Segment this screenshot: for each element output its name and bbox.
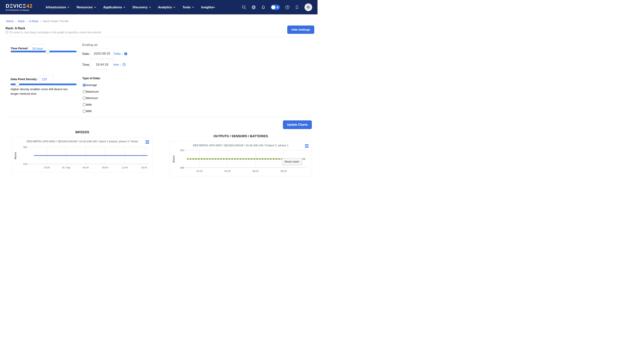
time-period-slider-handle[interactable]	[46, 50, 50, 54]
reset-zoom-button[interactable]: Reset zoom	[282, 158, 302, 165]
breadcrumb-separator: ›	[15, 20, 16, 23]
time-input[interactable]: 18:44:18	[90, 60, 114, 70]
rack-power-trends-page: DΞVICΞ42 A Freshworks Company Infrastruc…	[0, 0, 318, 182]
radio-label: 98th	[86, 110, 92, 113]
radio-label: Maximum	[86, 90, 99, 93]
radio-button[interactable]	[83, 90, 86, 93]
info-icon: i	[6, 31, 9, 34]
radio-label: 95th	[86, 103, 92, 106]
svg-text:878: 878	[23, 163, 28, 166]
divider	[5, 117, 312, 117]
density-note: Higher density enables more drill downs …	[11, 87, 68, 96]
svg-text:25. Sep: 25. Sep	[62, 166, 70, 169]
time-label: Time:	[82, 63, 90, 66]
nav-item-label: Tools	[183, 6, 191, 9]
device42-logo[interactable]: DΞVICΞ42 A Freshworks Company	[6, 4, 39, 11]
nav-item-label: Resources	[77, 6, 93, 9]
outputs-chart-card: DE5-MDF01-UPS-0001 / QD1821140146 / 10.4…	[169, 141, 312, 176]
brand-accent: 42	[26, 3, 33, 9]
bookmark-icon[interactable]	[295, 5, 299, 10]
breadcrumb-item-home[interactable]: Home	[6, 20, 14, 23]
divider	[5, 37, 312, 37]
radio-option-maximum[interactable]: Maximum	[83, 88, 99, 95]
svg-text:02:00: 02:00	[197, 170, 203, 172]
top-navbar: DΞVICΞ42 A Freshworks Company Infrastruc…	[0, 0, 318, 14]
infeeds-heading: INFEEDS	[12, 130, 153, 134]
radio-label: Average	[86, 83, 97, 87]
nav-item-label: Applications	[103, 6, 122, 9]
radio-button[interactable]	[83, 110, 86, 113]
chevron-down-icon	[123, 6, 125, 8]
radio-option-98th[interactable]: 98th	[83, 108, 99, 114]
date-label: Date:	[82, 52, 90, 56]
time-period-label: Time Period:	[11, 47, 28, 50]
nav-item-resources[interactable]: Resources	[77, 6, 96, 9]
search-icon[interactable]	[242, 5, 246, 10]
nav-item-insights-[interactable]: Insights+	[201, 6, 215, 9]
nav-item-label: Insights+	[201, 6, 215, 9]
nav-item-label: Infrastructure	[46, 6, 66, 9]
nav-item-infrastructure[interactable]: Infrastructure	[46, 6, 69, 9]
chevron-down-icon	[149, 6, 151, 8]
ending-at-heading: Ending at:	[82, 43, 98, 47]
update-charts-button[interactable]: Update Charts	[283, 120, 312, 129]
density-input[interactable]: 110	[39, 75, 54, 83]
globe-icon[interactable]	[252, 5, 256, 10]
svg-text:i: i	[7, 31, 7, 33]
calendar-icon[interactable]	[124, 52, 128, 55]
svg-text:882: 882	[23, 146, 28, 148]
svg-text:992: 992	[180, 149, 184, 152]
breadcrumb-item-rack[interactable]: Rack	[18, 20, 25, 23]
radio-option-minimum[interactable]: Minimum	[83, 95, 99, 102]
time-shortcuts: Now|	[114, 63, 126, 66]
chevron-down-icon	[192, 6, 194, 8]
now-link[interactable]: Now	[114, 63, 119, 66]
nav-icons: ? G	[242, 0, 312, 14]
shortcut-separator: |	[122, 52, 123, 55]
density-slider-handle[interactable]	[15, 82, 19, 86]
svg-text:Watts: Watts	[172, 155, 175, 163]
breadcrumb: Home›Rack›A Rack›Rack Power Trends	[6, 20, 69, 23]
nav-item-analytics[interactable]: Analytics	[158, 6, 175, 9]
svg-text:08:00: 08:00	[102, 166, 108, 169]
time-period-slider[interactable]	[11, 51, 77, 52]
help-icon[interactable]: ?	[285, 5, 290, 10]
svg-text:08:00: 08:00	[280, 170, 287, 172]
density-label: Data Point Density:	[11, 78, 38, 81]
nav-item-tools[interactable]: Tools	[183, 6, 194, 9]
breadcrumb-separator: ›	[27, 20, 28, 23]
chart-menu-icon[interactable]	[305, 144, 309, 148]
theme-toggle[interactable]	[271, 5, 280, 10]
radio-button[interactable]	[83, 96, 86, 100]
svg-text:04:00: 04:00	[224, 170, 231, 172]
today-link[interactable]: Today	[114, 52, 121, 55]
hide-settings-button[interactable]: Hide Settings	[287, 26, 314, 34]
density-slider[interactable]	[11, 84, 77, 85]
zoom-hint: i To zoom in, just drag a rectangle in t…	[6, 31, 102, 34]
chevron-down-icon	[173, 6, 175, 8]
svg-text:988: 988	[180, 166, 184, 169]
radio-button[interactable]	[83, 84, 86, 87]
bell-icon[interactable]	[261, 5, 266, 10]
user-avatar[interactable]: G	[304, 4, 312, 11]
svg-text:Watts: Watts	[14, 152, 17, 159]
outputs-heading: OUTPUTS / SENSORS / BATTERIES	[169, 134, 312, 138]
nav-item-applications[interactable]: Applications	[103, 6, 125, 9]
toggle-knob	[271, 5, 275, 9]
clock-icon[interactable]	[122, 63, 126, 66]
infeeds-chart[interactable]: 88287820:0025. Sep04:0008:0012:0016:00Wa…	[12, 145, 153, 172]
nav-menu: InfrastructureResourcesApplicationsDisco…	[46, 6, 215, 9]
breadcrumb-item-a-rack[interactable]: A Rack	[29, 20, 38, 23]
date-input[interactable]: 2025-09-25	[90, 49, 114, 58]
shortcut-separator: |	[120, 63, 121, 66]
date-shortcuts: Today|	[114, 52, 128, 55]
svg-text:12:00: 12:00	[122, 166, 128, 169]
chart-menu-icon[interactable]	[145, 140, 149, 144]
radio-option-95th[interactable]: 95th	[83, 102, 99, 108]
nav-item-discovery[interactable]: Discovery	[133, 6, 151, 9]
svg-text:04:00: 04:00	[83, 166, 89, 169]
infeeds-chart-card: DE5-MDF01-UPS-0001 / QD1821140146 / 10.4…	[12, 137, 153, 172]
radio-option-average[interactable]: Average	[83, 82, 99, 88]
nav-item-label: Discovery	[133, 6, 148, 9]
radio-button[interactable]	[83, 103, 86, 106]
